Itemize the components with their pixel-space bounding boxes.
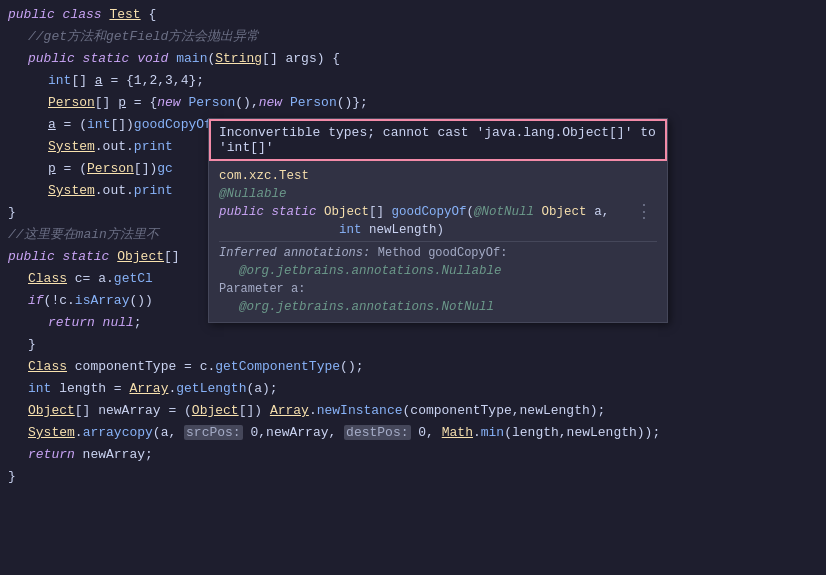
code-line-16: }	[0, 334, 826, 356]
code-line-1: public class Test {	[0, 4, 826, 26]
code-line-5: Person[] p = {new Person(),new Person()}…	[0, 92, 826, 114]
popup-class-line: com.xzc.Test	[219, 167, 657, 185]
popup-body: com.xzc.Test @Nullable public static Obj…	[209, 161, 667, 322]
code-line-4: int[] a = {1,2,3,4};	[0, 70, 826, 92]
code-line-22: }	[0, 466, 826, 488]
code-line-18: int length = Array.getLength(a);	[0, 378, 826, 400]
code-line-19: Object[] newArray = (Object[]) Array.new…	[0, 400, 826, 422]
popup-nullable-line: @Nullable	[219, 185, 657, 203]
popup-signature-cont: int newLength)	[219, 221, 657, 239]
popup-inferred-ann1: @org.jetbrains.annotations.Nullable	[219, 262, 657, 280]
code-line-17: Class componentType = c.getComponentType…	[0, 356, 826, 378]
code-editor: public class Test { //get方法和getField方法会抛…	[0, 0, 826, 575]
popup-signature-line: public static Object[] goodCopyOf(@NotNu…	[219, 203, 657, 221]
code-line-20: System.arraycopy(a, srcPos: 0,newArray, …	[0, 422, 826, 444]
code-line-3: public static void main(String[] args) {	[0, 48, 826, 70]
code-line-21: return newArray;	[0, 444, 826, 466]
popup-divider	[219, 241, 657, 242]
autocomplete-popup[interactable]: Inconvertible types; cannot cast 'java.l…	[208, 118, 668, 323]
code-line-2: //get方法和getField方法会抛出异常	[0, 26, 826, 48]
popup-inferred-ann2: @org.jetbrains.annotations.NotNull	[219, 298, 657, 316]
popup-more-button[interactable]: ⋮	[635, 203, 657, 221]
popup-inferred-param-label: Parameter a:	[219, 280, 657, 298]
popup-inferred-title: Inferred annotations: Method goodCopyOf:	[219, 244, 657, 262]
error-message: Inconvertible types; cannot cast 'java.l…	[209, 119, 667, 161]
